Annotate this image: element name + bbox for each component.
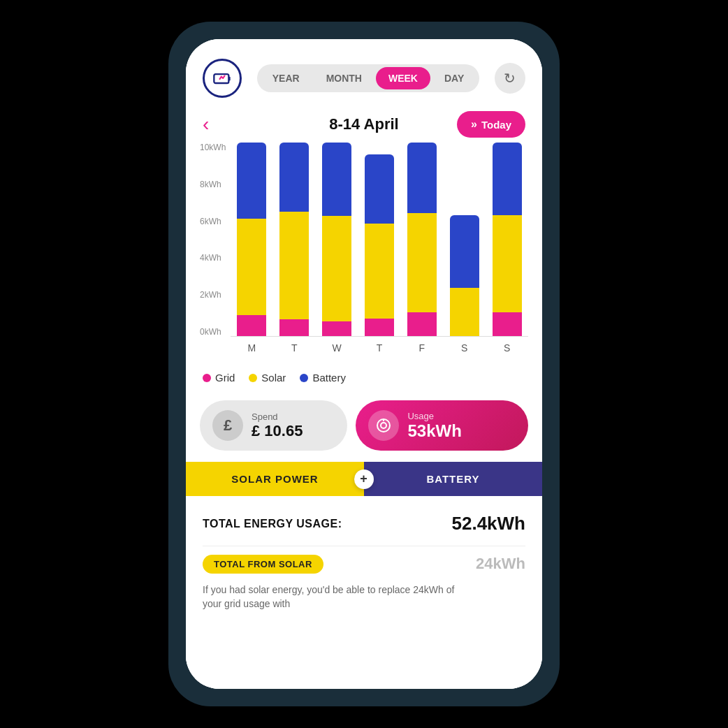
bar-blue-3 (365, 154, 394, 224)
battery-dot (300, 374, 308, 382)
legend-solar: Solar (249, 372, 286, 384)
stats-panel: Total Energy Usage: 52.4kWh Total From S… (186, 496, 542, 689)
battery-icon-button[interactable] (203, 59, 242, 98)
bar-red-6 (493, 312, 522, 336)
x-label-0: M (231, 342, 273, 354)
x-label-5: S (443, 342, 486, 354)
bar-blue-1 (279, 143, 309, 212)
usage-value: 53kWh (407, 421, 461, 441)
app-content: YEAR MONTH WEEK DAY ↻ ‹ 8-14 April › » T… (186, 39, 542, 689)
date-navigation: ‹ 8-14 April › » Today (186, 109, 542, 143)
legend-grid: Grid (203, 372, 235, 384)
bottom-section-tabs: Solar Power + Battery (186, 462, 542, 496)
svg-rect-1 (228, 77, 230, 81)
bar-group-m-0 (231, 143, 273, 336)
total-energy-row: Total Energy Usage: 52.4kWh (203, 513, 525, 534)
bar-yellow-3 (365, 224, 394, 319)
phone-frame: YEAR MONTH WEEK DAY ↻ ‹ 8-14 April › » T… (168, 22, 560, 706)
legend-solar-label: Solar (261, 372, 286, 384)
phone-screen: YEAR MONTH WEEK DAY ↻ ‹ 8-14 April › » T… (186, 39, 542, 689)
y-label-8kwh: 8kWh (200, 180, 231, 189)
x-label-2: W (316, 342, 358, 354)
chart-area: 0kWh 2kWh 4kWh 6kWh 8kWh 10kWh MTWTFSS (186, 143, 542, 365)
refresh-button[interactable]: ↻ (495, 63, 525, 94)
chart-y-labels: 0kWh 2kWh 4kWh 6kWh 8kWh 10kWh (200, 143, 231, 337)
solar-description: If you had solar energy, you'd be able t… (203, 583, 476, 611)
bar-blue-5 (450, 215, 479, 288)
y-label-6kwh: 6kWh (200, 217, 231, 226)
battery-tab[interactable]: Battery (364, 462, 542, 496)
solar-badge: Total From Solar (203, 555, 323, 574)
svg-rect-0 (214, 74, 228, 83)
y-label-10kwh: 10kWh (200, 143, 231, 152)
usage-text: Usage 53kWh (407, 411, 461, 441)
bar-yellow-0 (237, 219, 266, 316)
legend-grid-label: Grid (215, 372, 235, 384)
x-label-4: F (400, 342, 443, 354)
period-tabs: YEAR MONTH WEEK DAY (257, 64, 480, 92)
divider (203, 546, 525, 546)
header: YEAR MONTH WEEK DAY ↻ (186, 39, 542, 109)
chart-container: 0kWh 2kWh 4kWh 6kWh 8kWh 10kWh MTWTFSS (200, 143, 528, 359)
plus-badge: + (354, 469, 374, 489)
y-label-2kwh: 2kWh (200, 290, 231, 300)
y-label-4kwh: 4kWh (200, 253, 231, 263)
total-energy-value: 52.4kWh (452, 513, 526, 534)
total-energy-label: Total Energy Usage: (203, 518, 342, 530)
usage-card: Usage 53kWh (356, 400, 528, 451)
spend-value: £ 10.65 (252, 422, 303, 440)
refresh-icon: ↻ (504, 70, 516, 87)
bar-group-t-1 (273, 143, 316, 336)
bar-red-0 (237, 315, 266, 336)
bar-blue-0 (237, 143, 266, 219)
chart-bars (231, 143, 528, 337)
solar-row-right: 24kWh (476, 555, 525, 573)
spend-text: Spend £ 10.65 (252, 412, 303, 440)
x-label-1: T (273, 342, 316, 354)
bar-red-3 (365, 319, 394, 336)
solar-row: Total From Solar If you had solar energy… (203, 555, 525, 611)
tab-year[interactable]: YEAR (260, 67, 312, 89)
solar-row-left: Total From Solar If you had solar energy… (203, 555, 476, 611)
spend-card: £ Spend £ 10.65 (200, 400, 347, 451)
usage-label: Usage (407, 411, 461, 421)
svg-point-3 (381, 423, 386, 428)
bar-blue-6 (493, 143, 522, 215)
bar-red-1 (279, 319, 309, 336)
today-button[interactable]: » Today (457, 111, 525, 138)
y-label-0kwh: 0kWh (200, 327, 231, 337)
prev-date-button[interactable]: ‹ (203, 115, 209, 134)
tab-day[interactable]: DAY (432, 67, 476, 89)
bar-group-w-2 (316, 143, 358, 336)
bar-yellow-6 (493, 215, 522, 312)
bar-yellow-4 (407, 213, 437, 313)
chart-x-labels: MTWTFSS (231, 337, 528, 359)
bar-yellow-1 (279, 212, 309, 319)
bar-group-s-6 (486, 143, 528, 336)
bar-red-2 (322, 321, 351, 336)
x-label-3: T (358, 342, 401, 354)
bar-blue-4 (407, 143, 437, 213)
solar-dot (249, 374, 257, 382)
pound-icon: £ (212, 410, 243, 441)
fast-forward-icon: » (471, 118, 477, 131)
chart-legend: Grid Solar Battery (186, 365, 542, 395)
legend-battery-label: Battery (312, 372, 346, 384)
x-label-6: S (486, 342, 528, 354)
bar-red-4 (407, 312, 437, 336)
legend-battery: Battery (300, 372, 346, 384)
summary-row: £ Spend £ 10.65 Usag (186, 395, 542, 462)
bar-yellow-2 (322, 216, 351, 321)
solar-power-tab[interactable]: Solar Power + (186, 462, 364, 496)
spend-label: Spend (252, 412, 303, 422)
bar-group-s-5 (443, 143, 486, 336)
solar-value: 24kWh (476, 555, 525, 573)
usage-icon (368, 410, 399, 441)
tab-week[interactable]: WEEK (376, 67, 430, 89)
grid-dot (203, 374, 211, 382)
bar-group-t-3 (358, 143, 401, 336)
bar-yellow-5 (450, 288, 479, 336)
bar-group-f-4 (400, 143, 443, 336)
bar-blue-2 (322, 143, 351, 216)
tab-month[interactable]: MONTH (314, 67, 374, 89)
